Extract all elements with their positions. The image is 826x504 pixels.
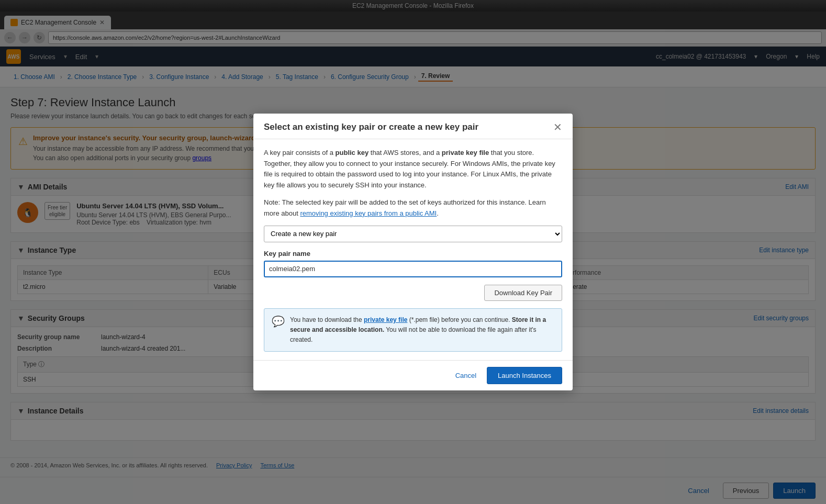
modal-overlay[interactable]: Select an existing key pair or create a … [0, 0, 826, 499]
modal-body: A key pair consists of a public key that… [253, 139, 573, 360]
key-pair-modal: Select an existing key pair or create a … [253, 114, 573, 390]
key-pair-info-box: 💬 You have to download the private key f… [264, 308, 562, 352]
modal-header: Select an existing key pair or create a … [253, 114, 573, 139]
modal-title: Select an existing key pair or create a … [264, 122, 478, 132]
launch-instances-button[interactable]: Launch Instances [487, 367, 562, 384]
private-key-link[interactable]: private key file [364, 316, 407, 323]
download-key-pair-button[interactable]: Download Key Pair [484, 285, 562, 301]
modal-footer: Cancel Launch Instances [253, 360, 573, 390]
key-pair-name-input[interactable] [264, 261, 562, 277]
modal-close-button[interactable]: ✕ [553, 122, 562, 132]
info-text: You have to download the private key fil… [290, 315, 554, 345]
key-pair-name-label: Key pair name [264, 250, 562, 257]
modal-note: Note: The selected key pair will be adde… [264, 197, 562, 219]
remove-key-pair-link[interactable]: removing existing key pairs from a publi… [300, 209, 437, 217]
modal-description: A key pair consists of a public key that… [264, 148, 562, 191]
key-pair-type-dropdown[interactable]: Create a new key pair Choose an existing… [264, 226, 562, 242]
info-chat-icon: 💬 [272, 315, 285, 345]
modal-cancel-button[interactable]: Cancel [450, 367, 482, 384]
